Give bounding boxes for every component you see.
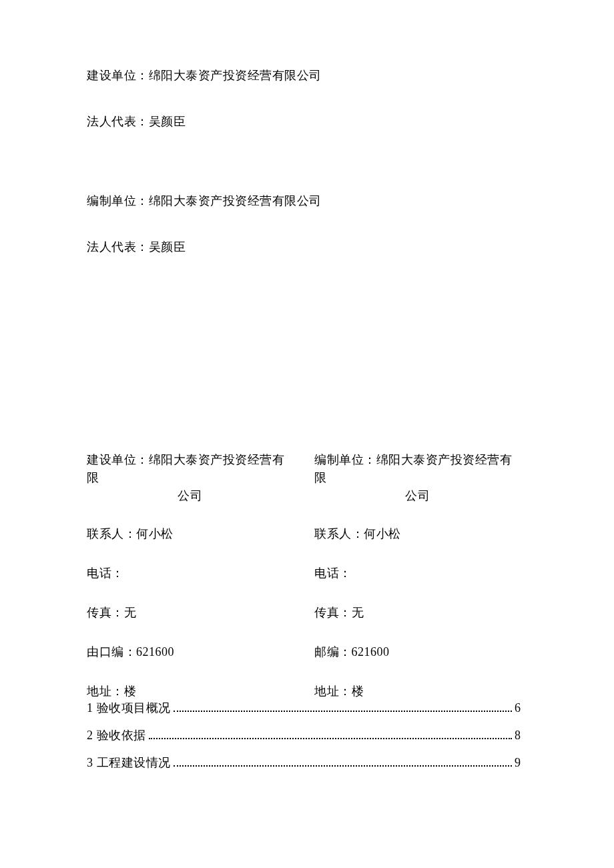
toc-dots bbox=[174, 703, 513, 712]
right-address: 地址：楼 bbox=[314, 683, 521, 701]
left-header-sub: 公司 bbox=[87, 487, 293, 505]
compiling-unit-line: 编制单位：绵阳大泰资产投资经营有限公司 bbox=[87, 192, 521, 210]
left-fax: 传真：无 bbox=[87, 604, 293, 622]
toc-row: 3 工程建设情况 9 bbox=[87, 754, 521, 772]
right-contact: 联系人：何小松 bbox=[314, 525, 521, 543]
right-fax: 传真：无 bbox=[314, 604, 521, 622]
toc-row: 2 验收依据 8 bbox=[87, 727, 521, 745]
construction-unit-line: 建设单位：绵阳大泰资产投资经营有限公司 bbox=[87, 67, 521, 85]
document-page: 建设单位：绵阳大泰资产投资经营有限公司 法人代表：吴颜臣 编制单位：绵阳大泰资产… bbox=[0, 0, 614, 868]
toc-label: 3 工程建设情况 bbox=[87, 754, 171, 772]
right-header-main: 编制单位：绵阳大泰资产投资经营有限 bbox=[314, 453, 512, 484]
left-phone: 电话： bbox=[87, 564, 293, 582]
toc-dots bbox=[174, 758, 513, 767]
toc-page: 8 bbox=[515, 727, 521, 745]
toc-dots bbox=[149, 731, 513, 739]
right-header: 编制单位：绵阳大泰资产投资经营有限 公司 bbox=[314, 451, 521, 505]
left-column: 建设单位：绵阳大泰资产投资经营有限 公司 联系人：何小松 电话： 传真：无 由口… bbox=[87, 451, 304, 707]
toc-label: 1 验收项目概况 bbox=[87, 699, 171, 717]
legal-rep-line-2: 法人代表：吴颜臣 bbox=[87, 238, 521, 256]
right-column: 编制单位：绵阳大泰资产投资经营有限 公司 联系人：何小松 电话： 传真：无 邮编… bbox=[304, 451, 521, 707]
right-header-sub: 公司 bbox=[314, 487, 521, 505]
table-of-contents: 1 验收项目概况 6 2 验收依据 8 3 工程建设情况 9 bbox=[87, 699, 521, 772]
toc-page: 9 bbox=[515, 754, 521, 772]
toc-label: 2 验收依据 bbox=[87, 727, 146, 745]
left-postcode: 由口编：621600 bbox=[87, 643, 293, 661]
contact-columns: 建设单位：绵阳大泰资产投资经营有限 公司 联系人：何小松 电话： 传真：无 由口… bbox=[87, 451, 521, 707]
legal-rep-line-1: 法人代表：吴颜臣 bbox=[87, 113, 521, 131]
left-address: 地址：楼 bbox=[87, 683, 293, 701]
left-header-main: 建设单位：绵阳大泰资产投资经营有限 bbox=[87, 453, 284, 484]
left-contact: 联系人：何小松 bbox=[87, 525, 293, 543]
right-postcode: 邮编：621600 bbox=[314, 643, 521, 661]
right-phone: 电话： bbox=[314, 564, 521, 582]
toc-page: 6 bbox=[515, 699, 521, 717]
left-header: 建设单位：绵阳大泰资产投资经营有限 公司 bbox=[87, 451, 293, 505]
